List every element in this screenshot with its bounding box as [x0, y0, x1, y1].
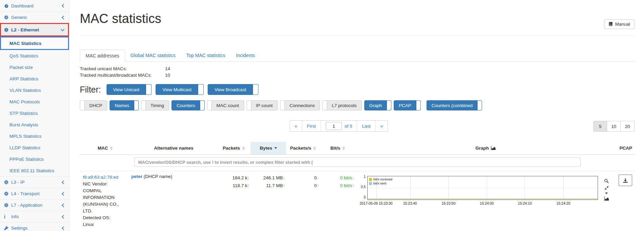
toggle-counters[interactable]: Counters [171, 100, 205, 110]
page-number-input[interactable] [326, 122, 342, 130]
sidebar-item-qos-statistics[interactable]: QoS Statistics [0, 50, 69, 61]
toggle-l7-protocols[interactable]: L7 protocols [322, 100, 362, 110]
compress-icon[interactable] [604, 186, 609, 190]
col-header-bit-per-s[interactable]: Bit/s [320, 142, 355, 155]
sidebar-item-lldp-statistics[interactable]: LLDP Statistics [0, 142, 69, 153]
sidebar-item-l3-ip[interactable]: L3 - IP [0, 176, 69, 188]
zoom-icon[interactable] [604, 179, 609, 183]
sidebar-item-stp-statistics[interactable]: STP Statistics [0, 107, 69, 119]
sidebar-item-l4-transport[interactable]: L4 - Transport [0, 188, 69, 199]
toggle-mac-count[interactable]: MAC count [207, 100, 244, 110]
main-content: MAC statistics Manual MAC addresses Glob… [70, 0, 644, 231]
col-header-packets[interactable]: Packets [217, 142, 251, 155]
view-unicast-button[interactable]: View Unicast [107, 84, 152, 95]
sidebar-item-l7-application[interactable]: L7 - Application [0, 199, 69, 211]
col-header-bytes[interactable]: Bytes [251, 142, 286, 155]
area-chart-icon [491, 146, 496, 150]
col-header-graph[interactable]: Graph [355, 142, 616, 155]
sidebar-item-ieee-80211-statistics[interactable]: IEEE 802.11 Statistics [0, 165, 69, 176]
sidebar-item-mac-protocols[interactable]: MAC Protocols [0, 96, 69, 107]
search-input[interactable] [134, 157, 581, 167]
area-chart-icon[interactable] [604, 197, 609, 201]
tab-bar: MAC addresses Global MAC statistics Top … [80, 50, 635, 62]
series-sent [368, 199, 597, 199]
sidebar-item-mac-statistics[interactable]: MAC Statistics [0, 36, 69, 50]
tab-mac-addresses[interactable]: MAC addresses [80, 50, 125, 62]
view-broadcast-button[interactable]: View Broadcast [208, 84, 258, 95]
view-multicast-button[interactable]: View Multicast [156, 84, 204, 95]
detected-os-label: Detected OS: [83, 214, 123, 221]
sidebar-item-arp-statistics[interactable]: ARP Statistics [0, 73, 69, 84]
chevron-down-icon [61, 27, 64, 31]
col-header-alternative-names[interactable]: Alternative names [131, 142, 217, 155]
table-header-row: MAC Alternative names Packets Bytes Pack… [80, 142, 635, 155]
sidebar-item-l2-ethernet[interactable]: L2 - Ethernet [0, 23, 69, 36]
page-size-group: 5 10 20 [593, 121, 635, 132]
page-of-label: of 5 [345, 124, 352, 129]
sidebar: Dashboard Generic L2 - Ethernet MAC Stat… [0, 0, 69, 231]
chevron-left-icon [62, 16, 65, 19]
tracked-unicast-value: 14 [165, 66, 170, 71]
page-prev-button[interactable]: « [290, 121, 302, 131]
toggle-timing[interactable]: Timing [141, 100, 169, 110]
toggle-dhcp[interactable]: DHCP [80, 100, 107, 110]
sidebar-item-vlan-statistics[interactable]: VLAN Statistics [0, 84, 69, 96]
page-first-button[interactable]: First [302, 121, 321, 131]
manual-button[interactable]: Manual [604, 19, 635, 29]
sidebar-item-mpls-statistics[interactable]: MPLS Statistics [0, 130, 69, 142]
sidebar-item-label: L2 - Ethernet [11, 27, 61, 32]
col-header-mac[interactable]: MAC [80, 142, 131, 155]
sidebar-item-burst-analysis[interactable]: Burst Analysis [0, 119, 69, 130]
caret-down-icon [274, 147, 277, 149]
dhcp-name-link[interactable]: peter [131, 174, 142, 179]
toggle-counters-combined[interactable]: Counters (combined [427, 100, 482, 110]
sidebar-item-generic[interactable]: Generic [0, 11, 69, 23]
caret-down-icon[interactable] [605, 192, 608, 194]
gear-icon [4, 203, 11, 207]
bit-per-s-cell: 0 bit/s↓ 0 bit/s↑ [320, 171, 355, 229]
page-next-button[interactable]: » [376, 121, 388, 131]
alternative-names-cell: peter (DHCP name) [131, 171, 217, 229]
page-size-20[interactable]: 20 [621, 121, 634, 131]
sort-icon [110, 147, 113, 150]
gear-icon [4, 180, 11, 184]
toggle-pcap[interactable]: PCAP [394, 100, 421, 110]
view-multicast-dropdown-toggle[interactable] [198, 84, 204, 95]
tab-incidents[interactable]: Incidents [231, 50, 260, 62]
page-size-10[interactable]: 10 [607, 121, 621, 131]
toggle-connections[interactable]: Connections [280, 100, 320, 110]
col-header-packets-per-s[interactable]: Packets/s [286, 142, 320, 155]
sidebar-item-info[interactable]: i Info [0, 211, 69, 222]
chevron-left-icon [62, 4, 65, 7]
sidebar-item-settings[interactable]: Settings [0, 222, 69, 231]
chevron-left-icon [62, 226, 65, 230]
tracked-multicast-value: 10 [165, 73, 170, 78]
page-number-cell: of 5 [321, 121, 358, 131]
bytes-cell: 246.1 MB↓ 11.7 MB↑ [251, 171, 286, 229]
gear-icon [4, 15, 11, 20]
page-size-5[interactable]: 5 [594, 121, 607, 131]
graph-cell: 1 0.5 0 [355, 171, 616, 229]
manual-button-label: Manual [615, 22, 630, 27]
download-pcap-button[interactable] [619, 175, 632, 186]
view-unicast-dropdown-toggle[interactable] [146, 84, 152, 95]
tab-top-mac-statistics[interactable]: Top MAC statistics [181, 50, 231, 62]
toggle-ip-count[interactable]: IP count [247, 100, 278, 110]
tab-global-mac-statistics[interactable]: Global MAC statistics [125, 50, 181, 62]
page-last-button[interactable]: Last [357, 121, 376, 131]
arrow-down-icon: ↓ [317, 175, 319, 180]
mac-address-link[interactable]: f8:a9:63:a2:78:ed [83, 175, 118, 180]
toggle-names[interactable]: Names [110, 100, 139, 110]
table-row: f8:a9:63:a2:78:ed NIC Vendor: COMPAL INF… [80, 171, 635, 229]
chart-x-axis: 2017-05-09 15:23:30 15:23:40 15:23:50 15… [367, 201, 598, 206]
sidebar-item-dashboard[interactable]: Dashboard [0, 0, 69, 11]
nic-vendor-label: NIC Vendor: [83, 181, 123, 187]
view-broadcast-dropdown-toggle[interactable] [253, 84, 258, 95]
sidebar-item-packet-size[interactable]: Packet size [0, 61, 69, 73]
toggle-graph[interactable]: Graph [364, 100, 392, 110]
arrow-up-icon: ↑ [247, 183, 250, 188]
sidebar-item-pppoe-statistics[interactable]: PPPoE Statistics [0, 153, 69, 165]
col-header-pcap[interactable]: PCAP [616, 142, 635, 155]
sidebar-item-label: MAC Statistics [9, 41, 64, 46]
dashboard-icon [4, 4, 11, 8]
